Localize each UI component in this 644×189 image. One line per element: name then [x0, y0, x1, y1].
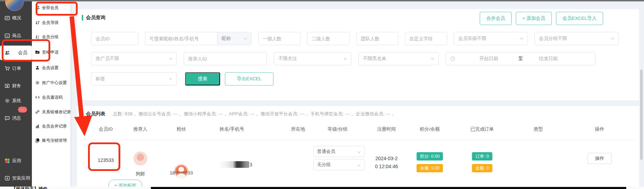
submenu-item-member-groups[interactable]: AZ 会员分组 — [32, 31, 70, 42]
workspace-avatar[interactable] — [5, 0, 24, 11]
chevron-down-icon — [357, 162, 361, 167]
referrer-avatar[interactable] — [133, 151, 147, 165]
sidebar-item-apps[interactable]: 应用 — [0, 155, 32, 167]
col-name-phone: 姓名/手机号 — [219, 126, 244, 132]
goods-box-icon — [5, 33, 10, 39]
list-stats: 总数: 638， 微信公众号会员: ---， 微信小程序会员: ---， APP… — [113, 111, 395, 117]
gear-icon — [35, 80, 40, 85]
sidebar-item-label: 概况 — [12, 15, 21, 21]
member-excel-import-button[interactable]: 会员EXCEL导入 — [556, 12, 603, 25]
sidebar-item-goods[interactable]: 商品 — [0, 30, 32, 42]
submenu-item-qualification[interactable]: 资格申请 — [32, 47, 70, 58]
referrer-id-input[interactable] — [184, 52, 267, 65]
vertical-scrollbar[interactable] — [640, 69, 643, 160]
team-count-input[interactable] — [356, 32, 398, 45]
date-range-picker[interactable]: 开始日期 至 结束日期 — [446, 52, 595, 65]
chevron-down-icon — [431, 58, 434, 60]
date-to-label: 至 — [518, 56, 523, 62]
filter-row-3: 标签 搜索 导出EXCEL — [91, 72, 273, 85]
follow-select[interactable]: 不限关注 — [274, 52, 351, 65]
select-value: 会员分组不限 — [539, 35, 567, 42]
row-action-button[interactable]: 操作 — [588, 153, 612, 164]
submenu-item-promo-center-settings[interactable]: 推广中心设置 — [32, 77, 70, 88]
sidebar-item-orders[interactable]: 订单 — [0, 62, 32, 75]
add-member-button[interactable]: + 添加会员 — [516, 12, 552, 25]
chevron-down-icon — [244, 38, 247, 40]
submenu-item-member-settings[interactable]: 会员设置 — [32, 62, 70, 73]
members-icon — [5, 50, 10, 56]
col-location: 所在地 — [291, 126, 305, 132]
cell-reg-time: 2024-03-2 0 12:04:46 — [375, 155, 398, 171]
promoter-select[interactable]: 推广员不限 — [91, 52, 177, 65]
member-level-select[interactable]: 会员等级不限 — [454, 32, 528, 45]
orders-badge: 订单: 0 — [472, 152, 493, 161]
blacklist-select[interactable]: 不限黑名单 — [358, 52, 439, 65]
bar-chart-icon — [35, 124, 40, 129]
chevron-down-icon — [169, 78, 172, 80]
select-value: 标签 — [96, 76, 105, 82]
submenu-item-account-cancellation[interactable]: 账号注销管理 — [32, 135, 70, 146]
tag-select[interactable]: 标签 — [91, 72, 177, 85]
cart-icon — [5, 66, 10, 71]
pages-icon — [35, 138, 40, 143]
sidebar-item-members[interactable]: 会员 — [0, 46, 32, 60]
cell-member-id: 123533 — [98, 157, 114, 163]
sidebar-item-label: 会员 — [18, 50, 27, 56]
export-excel-button[interactable]: 导出EXCEL — [225, 72, 273, 85]
messages-badge: … — [18, 107, 27, 113]
row-level-select[interactable]: 普通会员 — [313, 146, 365, 157]
sidebar-item-system[interactable]: 系统 — [0, 94, 32, 107]
apps-grid-icon — [5, 158, 10, 164]
date-start-placeholder: 开始日期 — [479, 56, 498, 62]
sidebar-item-finance[interactable]: 财务 — [0, 80, 32, 92]
sort-level-icon — [35, 20, 40, 25]
submenu-item-label: 会员合并记录 — [42, 123, 67, 129]
keyword-type-select[interactable]: 昵称 — [217, 32, 252, 45]
reg-time-line1: 2024-03-2 — [375, 155, 398, 163]
section-header: 会员查询 — [82, 15, 105, 21]
submenu-item-label: 会员设置 — [42, 65, 59, 71]
search-button[interactable]: 搜索 — [185, 72, 220, 85]
chevron-down-icon — [357, 149, 361, 154]
sidebar-item-label: 应用 — [12, 158, 21, 164]
amount-badge: 金额: 0 — [472, 164, 493, 172]
submenu-item-merge-log[interactable]: 会员合并记录 — [32, 121, 70, 132]
keyword-input[interactable] — [145, 32, 217, 45]
app-window: 概况 商品 会员 订单 财务 系统 消息 … 应用 — [0, 0, 644, 189]
sidebar-item-label: 商品 — [12, 33, 21, 39]
custom-field-input[interactable] — [405, 32, 447, 45]
submenu-item-all-members[interactable]: 全部会员 — [32, 2, 70, 13]
chat-bubble-icon — [5, 115, 10, 121]
folder-check-icon — [35, 50, 40, 55]
sidebar-item-install-apps[interactable]: 安装应用 — [0, 172, 32, 184]
submenu-item-label: 全部会员 — [42, 5, 59, 11]
member-group-select[interactable]: 会员分组不限 — [534, 32, 619, 45]
dock-bar — [151, 187, 626, 189]
select-value: 不限关注 — [278, 56, 297, 62]
install-download-icon — [5, 175, 10, 181]
submenu-item-member-levels[interactable]: 会员等级 — [32, 17, 70, 28]
all-members-icon — [35, 5, 40, 10]
row-group-select[interactable]: 无分组 — [313, 159, 365, 170]
col-fans: 粉丝 — [177, 126, 186, 132]
sort-az-icon: AZ — [35, 34, 40, 39]
member-id-input[interactable] — [91, 32, 138, 45]
overview-chart-icon — [5, 15, 10, 21]
sidebar-item-label: 消息 — [12, 115, 21, 121]
submenu-item-invite-code[interactable]: 会员邀请码 — [32, 92, 70, 103]
filter-row-1: 昵称 会员等级不限 会员分组不限 — [91, 32, 619, 45]
col-actions: 操作 — [595, 126, 604, 132]
level2-count-input[interactable] — [307, 32, 350, 45]
redaction-block — [220, 161, 249, 168]
person-icon — [35, 65, 40, 70]
code-icon — [35, 95, 40, 100]
merge-members-button[interactable]: 合并会员 — [480, 12, 512, 25]
filter-row-2: 推广员不限 不限关注 不限黑名单 开始日期 至 结束日期 — [91, 52, 595, 65]
level1-count-input[interactable] — [258, 32, 301, 45]
sidebar-item-messages[interactable]: 消息 — [0, 112, 32, 124]
points-badge: 积分: 0.00 — [417, 152, 443, 161]
select-value: 普通会员 — [317, 148, 335, 155]
submenu-item-relation-change-log[interactable]: 关系链修改记录 — [32, 106, 70, 117]
sidebar-item-overview[interactable]: 概况 — [0, 12, 32, 24]
col-level-group: 等级/分组 — [328, 126, 348, 132]
